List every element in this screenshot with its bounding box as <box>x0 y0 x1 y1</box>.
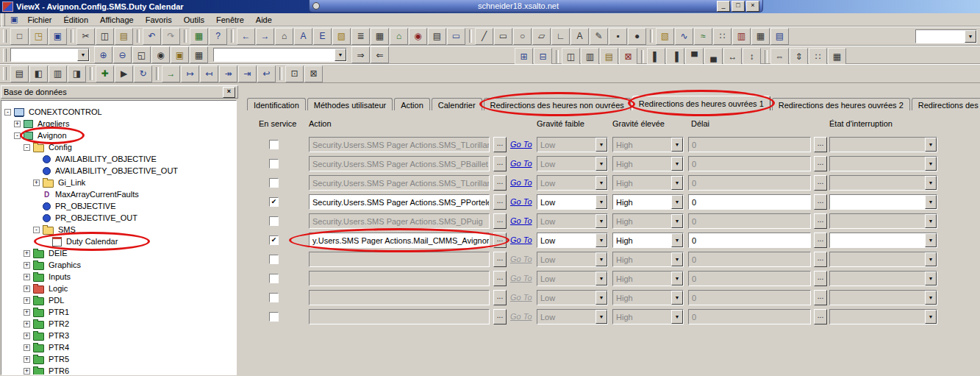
dropdown-arrow-icon[interactable]: ▼ <box>965 30 976 43</box>
tree-item-deie[interactable]: +DEIE <box>1 247 236 259</box>
dropdown-arrow-icon[interactable]: ▼ <box>925 272 937 285</box>
gravite-faible-select[interactable]: Low▼ <box>537 309 608 324</box>
browse-delai-button[interactable]: ... <box>814 290 827 305</box>
copy-branch-button[interactable]: ◫ <box>562 48 580 65</box>
polyline-tool-button[interactable]: ∟ <box>551 28 570 45</box>
expand-all-button[interactable]: ⇒ <box>351 46 370 63</box>
tab-action[interactable]: Action <box>394 98 430 110</box>
node-tool-button[interactable]: ▪ <box>609 28 627 45</box>
redo-button[interactable]: ↷ <box>162 28 180 45</box>
back-button[interactable]: ← <box>237 28 255 45</box>
refresh-button[interactable]: ↻ <box>134 65 152 82</box>
attributes-button[interactable]: A <box>294 28 312 45</box>
dropdown-arrow-icon[interactable]: ▼ <box>671 252 683 266</box>
save-button[interactable]: ▣ <box>49 28 67 45</box>
close-button[interactable]: × <box>746 1 759 12</box>
link-button[interactable]: ⊡ <box>285 65 304 82</box>
browse-delai-button[interactable]: ... <box>814 309 827 324</box>
open-folder-button[interactable]: ◳ <box>29 28 48 45</box>
pin-icon[interactable] <box>312 2 320 10</box>
gravite-faible-select[interactable]: Low▼ <box>537 137 608 152</box>
dropdown-arrow-icon[interactable]: ▼ <box>671 138 683 152</box>
browse-action-button[interactable]: ... <box>493 137 507 152</box>
dropdown-arrow-icon[interactable]: ▼ <box>595 157 607 171</box>
action-field-8[interactable] <box>309 271 490 286</box>
gravite-faible-select[interactable]: Low▼ <box>537 290 608 305</box>
tree-item-duty-calendar[interactable]: Duty Calendar <box>1 235 236 247</box>
tree-item-sms[interactable]: -SMS <box>1 224 236 235</box>
tab-identification[interactable]: Identification <box>247 98 306 110</box>
dropdown-arrow-icon[interactable]: ▼ <box>671 310 683 324</box>
browse-delai-button[interactable]: ... <box>814 271 827 286</box>
table-view-button[interactable]: ▦ <box>371 28 389 45</box>
etat-interruption-select[interactable]: ▼ <box>829 175 937 191</box>
dropdown-arrow-icon[interactable]: ▼ <box>925 252 937 266</box>
browse-action-button[interactable]: ... <box>493 156 507 171</box>
tree-item-graphics[interactable]: +Graphics <box>1 259 236 271</box>
dropdown-arrow-icon[interactable]: ▼ <box>595 195 607 209</box>
menu-aide[interactable]: Aide <box>250 14 278 26</box>
go-to-link[interactable]: Go To <box>510 140 532 149</box>
go-to-link[interactable]: Go To <box>510 293 532 302</box>
snap-grid-button[interactable]: ∷ <box>809 48 827 65</box>
polygon-tool-button[interactable]: ▱ <box>532 28 551 45</box>
menu-affichage[interactable]: Affichage <box>94 14 140 26</box>
browse-delai-button[interactable]: ... <box>814 252 827 267</box>
step-into-button[interactable]: ↦ <box>181 65 199 82</box>
expand-icon[interactable]: + <box>24 368 30 375</box>
etat-interruption-select[interactable]: ▼ <box>829 213 937 229</box>
step-out-button[interactable]: ↤ <box>200 65 218 82</box>
tree-item-ptr2[interactable]: +PTR2 <box>1 318 236 330</box>
en-service-checkbox[interactable] <box>269 274 279 283</box>
tree-item-argeliers[interactable]: +Argeliers <box>1 118 236 130</box>
help-button[interactable]: ? <box>209 28 227 45</box>
browse-delai-button[interactable]: ... <box>814 233 827 248</box>
align-left-button[interactable]: ▌ <box>647 48 665 65</box>
text-tool-button[interactable]: A <box>571 28 589 45</box>
browse-delai-button[interactable]: ... <box>814 156 827 171</box>
paste-branch-button[interactable]: ▤ <box>600 48 618 65</box>
go-to-link[interactable]: Go To <box>510 274 532 283</box>
action-field-7[interactable] <box>309 252 490 267</box>
action-field-1[interactable]: Security.Users.SMS Pager Actions.SMS_TLo… <box>309 137 490 152</box>
zoom-in-button[interactable]: ⊕ <box>94 46 112 63</box>
browse-delai-button[interactable]: ... <box>814 213 827 229</box>
gravite-elevee-select[interactable]: High▼ <box>612 252 684 267</box>
run-to-button[interactable]: ⇥ <box>238 65 257 82</box>
unlink-button[interactable]: ⊠ <box>304 65 323 82</box>
expand-icon[interactable]: + <box>24 321 30 327</box>
undo-button[interactable]: ↶ <box>143 28 161 45</box>
dropdown-arrow-icon[interactable]: ▼ <box>671 195 683 209</box>
tree-item-maxarraycurrentfaults[interactable]: DMaxArrayCurrentFaults <box>1 188 236 200</box>
gravite-faible-select[interactable]: Low▼ <box>537 252 608 267</box>
etat-interruption-select[interactable]: ▼ <box>829 252 937 267</box>
toolbar-grip[interactable] <box>3 67 7 80</box>
browse-delai-button[interactable]: ... <box>814 194 827 210</box>
tab-redirections-des-heures-non-ouvrees[interactable]: Redirections des heures non ouvrées <box>484 98 631 110</box>
cut-button[interactable]: ✂ <box>76 28 95 45</box>
dropdown-arrow-icon[interactable]: ▼ <box>925 233 937 247</box>
go-button[interactable]: → <box>162 65 180 82</box>
action-field-6[interactable]: y.Users.SMS Pager Actions.Mail_CMMS_Avig… <box>309 233 490 248</box>
ellipse-tool-button[interactable]: ○ <box>513 28 532 45</box>
tree-item-ptr6[interactable]: +PTR6 <box>1 365 236 375</box>
collapse-icon[interactable]: - <box>4 109 11 116</box>
zoom-out-button[interactable]: ⊖ <box>113 46 132 63</box>
gravite-elevee-select[interactable]: High▼ <box>612 156 684 171</box>
etat-interruption-select[interactable]: ▼ <box>829 290 937 305</box>
delai-field[interactable]: 0 <box>688 252 811 267</box>
toolbar-grip[interactable] <box>1 13 5 26</box>
expand-icon[interactable]: + <box>24 297 30 304</box>
align-top-button[interactable]: ▀ <box>685 48 704 65</box>
dropdown-arrow-icon[interactable]: ▼ <box>595 272 607 285</box>
browse-delai-button[interactable]: ... <box>814 175 827 191</box>
gravite-elevee-select[interactable]: High▼ <box>612 175 684 191</box>
select-tool-button[interactable]: ▶ <box>115 65 133 82</box>
en-service-checkbox[interactable]: ✔ <box>269 197 279 207</box>
action-field-10[interactable] <box>309 309 490 324</box>
action-field-5[interactable]: Security.Users.SMS Pager Actions.SMS_DPu… <box>309 213 490 229</box>
gravite-faible-select[interactable]: Low▼ <box>537 233 608 248</box>
gravite-elevee-select[interactable]: High▼ <box>612 271 684 286</box>
paste-button[interactable]: ▤ <box>115 28 133 45</box>
delai-field[interactable]: 0 <box>688 271 811 286</box>
